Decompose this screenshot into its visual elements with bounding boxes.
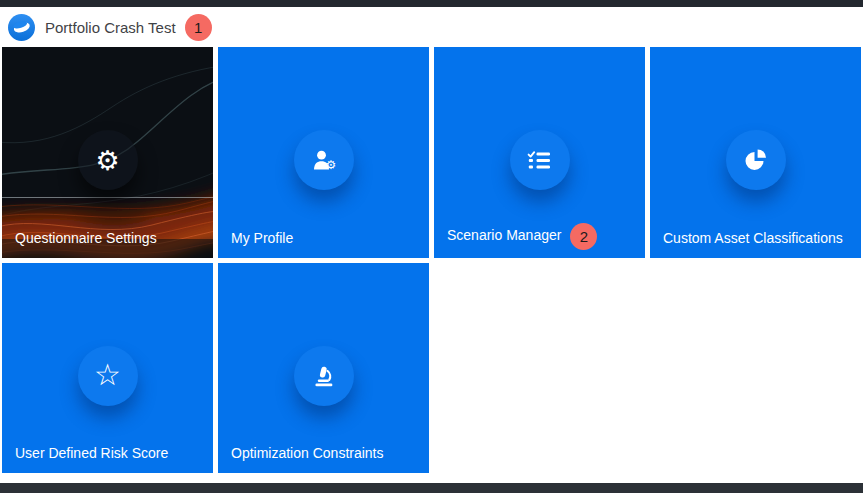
scenario-manager-button[interactable] (510, 130, 570, 190)
annotation-badge-2: 2 (570, 223, 597, 250)
tile-user-defined-risk-score[interactable]: ☆ User Defined Risk Score (2, 263, 213, 473)
pie-chart-icon (744, 148, 768, 172)
tile-label-text: Custom Asset Classifications (663, 230, 843, 246)
window-top-bar (0, 0, 863, 7)
tile-my-profile[interactable]: ⚙ My Profile (218, 47, 429, 258)
tile-label: Questionnaire Settings (15, 230, 157, 246)
microscope-icon (312, 365, 336, 388)
page-title: Portfolio Crash Test (45, 19, 176, 36)
annotation-badge-1: 1 (185, 14, 212, 41)
my-profile-button[interactable]: ⚙ (294, 130, 354, 190)
star-outline-icon: ☆ (94, 360, 121, 390)
tile-label-text: Optimization Constraints (231, 445, 384, 461)
custom-asset-classifications-button[interactable] (726, 130, 786, 190)
window-bottom-bar (0, 483, 863, 493)
tile-label: Optimization Constraints (231, 445, 384, 461)
list-check-icon (527, 150, 552, 171)
app-logo-icon (8, 14, 35, 41)
app-header: Portfolio Crash Test 1 (0, 7, 863, 47)
settings-tile-grid: ⚙ Questionnaire Settings ⚙ My Profile (2, 47, 861, 473)
tile-scenario-manager[interactable]: Scenario Manager 2 (434, 47, 645, 258)
tile-label: Scenario Manager 2 (447, 223, 597, 246)
questionnaire-settings-button[interactable]: ⚙ (78, 130, 138, 190)
tile-label: My Profile (231, 230, 293, 246)
user-defined-risk-score-button[interactable]: ☆ (78, 346, 138, 406)
tile-label-text: Questionnaire Settings (15, 230, 157, 246)
tile-label-text: My Profile (231, 230, 293, 246)
gear-icon: ⚙ (95, 147, 119, 174)
optimization-constraints-button[interactable] (294, 346, 354, 406)
svg-text:⚙: ⚙ (325, 157, 336, 171)
user-gear-icon: ⚙ (311, 149, 337, 172)
tile-label: User Defined Risk Score (15, 445, 168, 461)
tile-optimization-constraints[interactable]: Optimization Constraints (218, 263, 429, 473)
tile-questionnaire-settings[interactable]: ⚙ Questionnaire Settings (2, 47, 213, 258)
tile-label-text: Scenario Manager (447, 227, 561, 243)
tile-label-text: User Defined Risk Score (15, 445, 168, 461)
tile-custom-asset-classifications[interactable]: Custom Asset Classifications (650, 47, 861, 258)
tile-label: Custom Asset Classifications (663, 230, 843, 246)
